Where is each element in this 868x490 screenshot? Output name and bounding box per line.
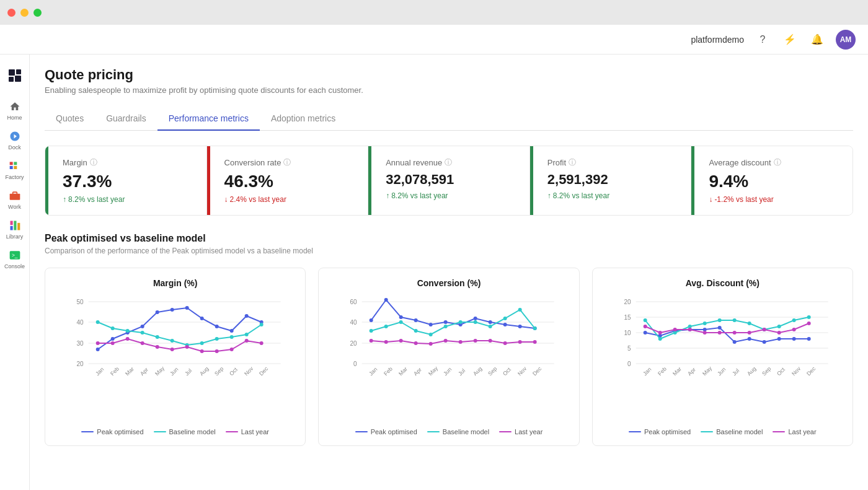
sidebar-item-dock[interactable]: Dock: [1, 126, 29, 154]
svg-point-172: [792, 318, 795, 322]
svg-point-44: [215, 325, 219, 328]
svg-point-173: [807, 315, 810, 319]
svg-point-160: [792, 337, 795, 341]
comparison-section-header: Peak optimised vs baseline model Compari…: [45, 233, 853, 255]
titlebar: [0, 0, 868, 25]
avatar[interactable]: AM: [836, 30, 856, 50]
metric-change-revenue: ↑ 8.2% vs last year: [381, 191, 517, 200]
svg-text:Dec: Dec: [531, 365, 543, 377]
info-icon-profit[interactable]: ⓘ: [569, 157, 576, 168]
svg-point-58: [245, 333, 249, 336]
sidebar-work-label: Work: [8, 204, 21, 210]
svg-point-159: [777, 337, 781, 341]
svg-text:40: 40: [350, 319, 358, 326]
help-icon[interactable]: ?: [754, 31, 771, 48]
svg-point-167: [717, 318, 721, 322]
up-arrow-margin: ↑: [63, 195, 66, 204]
legend-baseline-conversion: Baseline model: [427, 428, 489, 435]
work-icon: [8, 189, 22, 203]
down-arrow-avg-discount: ↓: [709, 195, 712, 204]
svg-point-93: [384, 298, 388, 302]
sidebar-home-label: Home: [7, 115, 22, 121]
metric-value-profit: 2,591,392: [542, 172, 679, 188]
svg-point-121: [444, 339, 448, 343]
svg-text:May: May: [154, 365, 166, 377]
svg-text:May: May: [427, 365, 439, 377]
svg-point-56: [215, 337, 219, 341]
chart-legend-avg-discount: Peak optimised Baseline model Last year: [603, 428, 843, 435]
metric-card-conversion: Conversion rate ⓘ 46.3% ↓ 2.4% vs last y…: [207, 146, 369, 215]
legend-line-baseline: [154, 431, 166, 432]
metric-accent-conversion: [207, 146, 210, 215]
svg-text:Sep: Sep: [213, 365, 224, 377]
tab-performance[interactable]: Performance metrics: [157, 107, 260, 131]
logo[interactable]: [1, 62, 29, 89]
metric-accent-margin: [45, 146, 48, 215]
sidebar-item-home[interactable]: Home: [1, 97, 29, 124]
svg-point-126: [518, 340, 522, 344]
svg-point-184: [792, 328, 795, 331]
lightning-icon[interactable]: ⚡: [781, 31, 799, 48]
svg-point-180: [732, 331, 736, 335]
info-icon-margin[interactable]: ⓘ: [90, 157, 97, 168]
svg-point-120: [429, 342, 433, 346]
maximize-button[interactable]: [33, 9, 42, 17]
chart-svg-margin: 50 40 30 20 Jan Feb Mar Apr May Jun Jul …: [55, 295, 295, 419]
legend-peak-conversion: Peak optimised: [355, 428, 417, 435]
svg-point-64: [156, 345, 159, 349]
svg-rect-4: [9, 162, 12, 165]
tab-quotes[interactable]: Quotes: [45, 107, 95, 131]
notifications-icon[interactable]: 🔔: [808, 31, 826, 48]
metric-label-profit: Profit ⓘ: [542, 157, 679, 168]
svg-text:Jul: Jul: [731, 367, 740, 377]
metric-label-revenue: Annual revenue ⓘ: [381, 157, 517, 168]
svg-point-175: [658, 331, 662, 335]
svg-point-68: [215, 349, 219, 353]
svg-point-169: [747, 322, 751, 325]
svg-text:Feb: Feb: [109, 365, 120, 377]
info-icon-avg-discount[interactable]: ⓘ: [774, 157, 781, 168]
sidebar-item-factory[interactable]: Factory: [1, 156, 29, 183]
svg-point-174: [643, 325, 647, 328]
legend-lastyear-conversion: Last year: [499, 428, 542, 435]
close-button[interactable]: [7, 9, 16, 17]
svg-point-101: [503, 323, 507, 326]
svg-rect-12: [14, 221, 16, 230]
svg-rect-10: [10, 221, 12, 225]
svg-point-51: [141, 331, 144, 335]
page-title: Quote pricing: [45, 67, 853, 83]
sidebar-item-console[interactable]: >_ Console: [1, 245, 29, 273]
info-icon-conversion[interactable]: ⓘ: [283, 157, 291, 168]
svg-text:Nov: Nov: [243, 365, 255, 377]
svg-point-108: [429, 333, 433, 336]
svg-point-123: [474, 339, 477, 343]
metric-card-revenue: Annual revenue ⓘ 32,078,591 ↑ 8.2% vs la…: [368, 146, 530, 215]
legend-line-peak-conv: [355, 431, 368, 432]
tab-guardrails[interactable]: Guardrails: [95, 107, 157, 131]
svg-point-168: [732, 318, 736, 322]
chart-title-avg-discount: Avg. Discount (%): [603, 278, 843, 288]
metric-accent-revenue: [368, 146, 371, 215]
svg-point-67: [200, 349, 204, 353]
sidebar-item-work[interactable]: Work: [1, 186, 29, 213]
svg-text:Jul: Jul: [457, 367, 466, 377]
page-header: Quote pricing Enabling salespeople to ma…: [45, 67, 853, 95]
dock-icon: [8, 129, 22, 143]
svg-point-125: [503, 341, 507, 345]
svg-text:10: 10: [624, 330, 631, 336]
minimize-button[interactable]: [20, 9, 29, 17]
info-icon-revenue[interactable]: ⓘ: [445, 157, 452, 168]
svg-text:20: 20: [624, 299, 631, 305]
svg-point-127: [533, 340, 537, 344]
svg-point-119: [414, 341, 418, 345]
sidebar-item-library[interactable]: Library: [1, 216, 29, 243]
chart-svg-conversion: 60 40 20 0 Jan Feb Mar Apr May Jun Jul A…: [329, 295, 569, 419]
legend-line-peak: [81, 431, 94, 432]
svg-point-96: [429, 323, 433, 326]
metric-label-avg-discount: Average discount ⓘ: [704, 157, 840, 168]
svg-point-57: [230, 335, 234, 339]
svg-text:Feb: Feb: [383, 365, 394, 377]
svg-text:Mar: Mar: [671, 365, 683, 377]
tab-adoption[interactable]: Adoption metrics: [260, 107, 347, 131]
metric-accent-avg-discount: [691, 146, 694, 215]
